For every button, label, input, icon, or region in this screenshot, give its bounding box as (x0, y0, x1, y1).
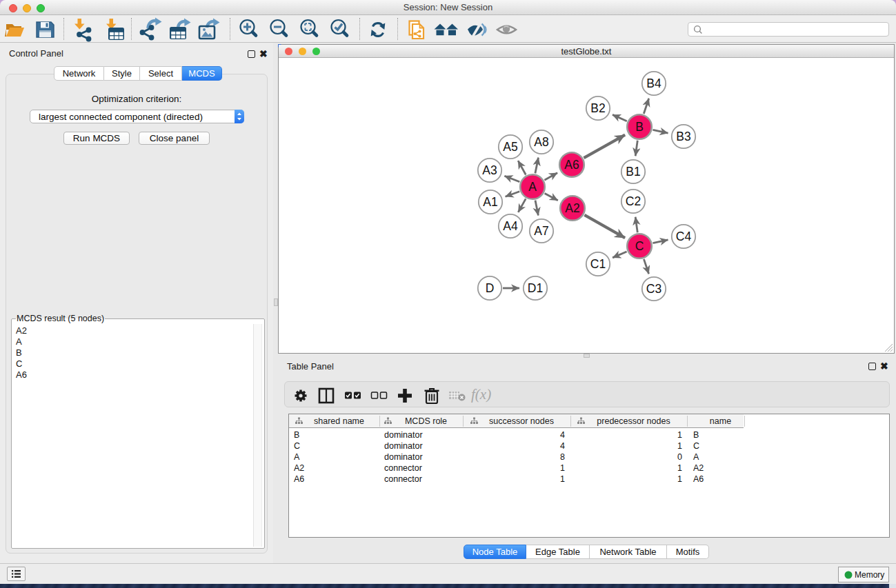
svg-text:C4: C4 (676, 230, 692, 243)
svg-text:A2: A2 (565, 201, 579, 215)
svg-text:B4: B4 (646, 77, 661, 90)
svg-text:D: D (486, 281, 495, 295)
svg-text:A1: A1 (483, 195, 497, 209)
svg-text:A8: A8 (534, 135, 548, 149)
svg-text:B1: B1 (626, 165, 640, 179)
svg-text:A6: A6 (564, 158, 579, 172)
svg-text:A3: A3 (482, 163, 497, 177)
svg-text:A7: A7 (534, 224, 548, 238)
svg-text:B3: B3 (676, 130, 690, 143)
svg-text:A: A (528, 180, 537, 194)
svg-text:C3: C3 (646, 282, 661, 296)
svg-text:C2: C2 (626, 194, 641, 208)
svg-text:D1: D1 (528, 281, 543, 295)
svg-text:C1: C1 (590, 257, 606, 271)
svg-text:C: C (635, 239, 644, 253)
svg-text:A4: A4 (503, 219, 518, 233)
svg-text:B: B (635, 120, 644, 134)
svg-text:B2: B2 (590, 101, 605, 115)
svg-text:A5: A5 (503, 140, 517, 154)
